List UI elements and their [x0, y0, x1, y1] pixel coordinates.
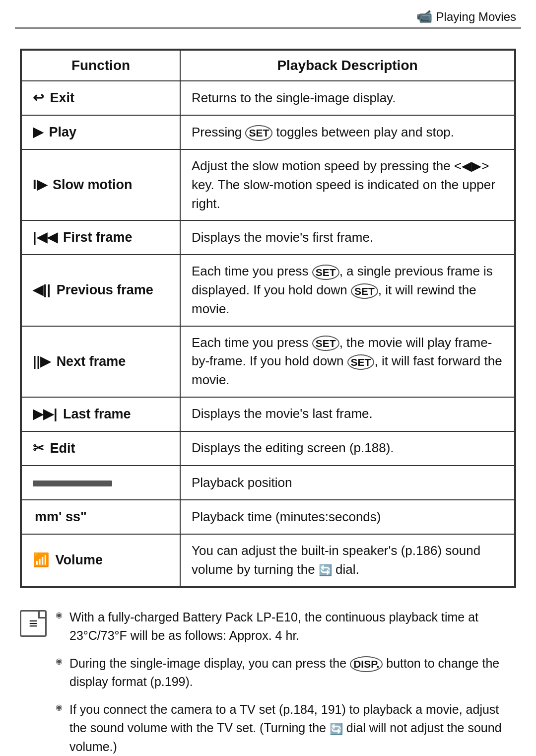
- table-row: Playback position: [21, 466, 515, 500]
- func-icon-1: ▶: [33, 125, 47, 139]
- func-cell-1: ▶ Play: [21, 115, 180, 149]
- table-row: ✂ EditDisplays the editing screen (p.188…: [21, 431, 515, 466]
- func-cell-3: |◀◀ First frame: [21, 220, 180, 255]
- function-table-wrapper: Function Playback Description ↩ ExitRetu…: [20, 49, 516, 588]
- func-label-3: First frame: [63, 230, 133, 245]
- movie-icon: 📹: [416, 9, 432, 24]
- header-title: Playing Movies: [436, 10, 516, 24]
- func-label-0: Exit: [50, 90, 75, 105]
- desc-cell-5: Each time you press SET, the movie will …: [180, 326, 515, 397]
- desc-cell-0: Returns to the single-image display.: [180, 81, 515, 115]
- table-row: I▶ Slow motionAdjust the slow motion spe…: [21, 149, 515, 220]
- table-row: ▶ PlayPressing SET toggles between play …: [21, 115, 515, 149]
- func-cell-8: [21, 466, 180, 500]
- func-label-7: Edit: [50, 441, 75, 456]
- func-cell-10: 📶 Volume: [21, 534, 180, 586]
- func-cell-9: mm' ss": [21, 500, 180, 534]
- function-table: Function Playback Description ↩ ExitRetu…: [21, 50, 515, 587]
- table-row: 📶 VolumeYou can adjust the built-in spea…: [21, 534, 515, 586]
- func-cell-2: I▶ Slow motion: [21, 149, 180, 220]
- table-row: ◀|| Previous frameEach time you press SE…: [21, 255, 515, 326]
- page-header: 📹 Playing Movies: [0, 0, 536, 27]
- note-icon: [20, 610, 47, 637]
- playback-bar: [33, 481, 112, 486]
- func-label-4: Previous frame: [57, 282, 153, 297]
- desc-cell-2: Adjust the slow motion speed by pressing…: [180, 149, 515, 220]
- col-playback: Playback Description: [180, 50, 515, 81]
- func-icon-7: ✂: [33, 441, 48, 456]
- func-cell-6: ▶▶| Last frame: [21, 397, 180, 431]
- func-icon-10: 📶: [33, 552, 54, 567]
- col-function: Function: [21, 50, 180, 81]
- func-label-2: Slow motion: [53, 177, 132, 192]
- func-cell-4: ◀|| Previous frame: [21, 255, 180, 326]
- func-cell-5: ||▶ Next frame: [21, 326, 180, 397]
- header-rule: [15, 27, 521, 29]
- table-row: mm' ss"Playback time (minutes:seconds): [21, 500, 515, 534]
- func-icon-2: I▶: [33, 177, 51, 192]
- notes-list: With a fully-charged Battery Pack LP-E10…: [56, 608, 516, 756]
- func-icon-4: ◀||: [33, 282, 55, 297]
- notes-section: With a fully-charged Battery Pack LP-E10…: [20, 608, 516, 756]
- func-label-1: Play: [49, 125, 77, 139]
- table-row: |◀◀ First frameDisplays the movie's firs…: [21, 220, 515, 255]
- func-cell-0: ↩ Exit: [21, 81, 180, 115]
- func-icon-6: ▶▶|: [33, 407, 61, 421]
- table-row: ||▶ Next frameEach time you press SET, t…: [21, 326, 515, 397]
- desc-cell-4: Each time you press SET, a single previo…: [180, 255, 515, 326]
- func-label-10: Volume: [56, 552, 103, 567]
- note-item-1: During the single-image display, you can…: [56, 654, 516, 691]
- func-icon-0: ↩: [33, 90, 48, 105]
- func-label-6: Last frame: [63, 407, 131, 421]
- desc-cell-9: Playback time (minutes:seconds): [180, 500, 515, 534]
- note-item-2: If you connect the camera to a TV set (p…: [56, 700, 516, 756]
- desc-cell-10: You can adjust the built-in speaker's (p…: [180, 534, 515, 586]
- note-item-0: With a fully-charged Battery Pack LP-E10…: [56, 608, 516, 645]
- func-cell-7: ✂ Edit: [21, 431, 180, 466]
- desc-cell-8: Playback position: [180, 466, 515, 500]
- func-icon-5: ||▶: [33, 354, 55, 369]
- table-row: ▶▶| Last frameDisplays the movie's last …: [21, 397, 515, 431]
- func-icon-3: |◀◀: [33, 230, 61, 245]
- desc-cell-6: Displays the movie's last frame.: [180, 397, 515, 431]
- desc-cell-3: Displays the movie's first frame.: [180, 220, 515, 255]
- func-label-5: Next frame: [57, 354, 126, 369]
- table-row: ↩ ExitReturns to the single-image displa…: [21, 81, 515, 115]
- func-label-9: mm' ss": [35, 509, 87, 524]
- desc-cell-1: Pressing SET toggles between play and st…: [180, 115, 515, 149]
- desc-cell-7: Displays the editing screen (p.188).: [180, 431, 515, 466]
